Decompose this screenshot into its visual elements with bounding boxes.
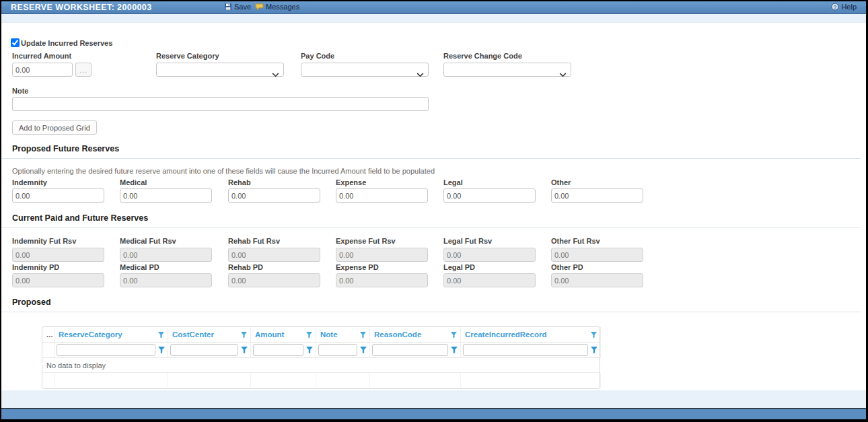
footer-bar [1,408,866,419]
pd-label: Legal PD [443,263,475,271]
indemnity-fut-rsv-field [12,248,104,262]
filter-icon[interactable] [450,346,458,354]
grid-header-costcenter[interactable]: CostCenter [168,327,251,342]
filter-icon[interactable] [305,346,314,354]
fut-rsv-label: Expense Fut Rsv [336,237,396,245]
grid-filter-input-note[interactable] [318,344,357,356]
grid-header-note[interactable]: Note [316,327,370,342]
grid-filter-row [42,343,600,358]
fut-rsv-label: Rehab Fut Rsv [228,237,280,245]
help-button-label: Help [841,3,857,11]
pfr-field-label: Indemnity [12,178,47,186]
add-to-proposed-grid-button[interactable]: Add to Proposed Grid [12,120,97,135]
pfr-helper-text: Optionally entering the desired future r… [12,167,435,175]
reserve-change-code-select[interactable] [443,63,571,77]
grid-filter-actions-cell [42,343,55,358]
filter-icon[interactable] [590,346,598,354]
pfr-other-field[interactable] [551,188,643,203]
filter-icon[interactable] [305,331,313,339]
proposed-future-reserves-heading: Proposed Future Reserves [1,144,861,159]
grid-header-reasoncode[interactable]: ReasonCode [370,327,461,342]
incurred-amount-label: Incurred Amount [12,52,71,60]
grid-filter-input-createincurredrecord[interactable] [463,344,588,356]
fut-rsv-label: Indemnity Fut Rsv [12,237,76,245]
svg-text:?: ? [834,4,837,10]
grid-filter-input-amount[interactable] [253,344,303,356]
reserve-change-code-label: Reserve Change Code [443,52,522,60]
grid-blank-row [42,373,600,388]
grid-header-createincurredrecord[interactable]: CreateIncurredRecord [461,327,601,342]
medical-pd-field [120,273,212,287]
messages-icon [255,3,264,11]
update-incurred-row: Update Incurred Reserves [11,38,112,47]
note-label: Note [12,87,28,95]
pfr-legal-field[interactable] [443,188,536,203]
pd-label: Rehab PD [228,263,263,271]
update-incurred-checkbox[interactable] [11,38,20,47]
legal-fut-rsv-field [443,248,536,262]
current-paid-future-heading: Current Paid and Future Reserves [1,213,861,228]
proposed-grid: ... ReserveCategory CostCenter Amount No… [42,326,600,389]
filter-icon[interactable] [240,331,248,339]
help-icon: ? [831,3,839,11]
save-icon [224,3,232,11]
expense-fut-rsv-field [336,248,428,262]
pfr-field-label: Rehab [228,178,251,186]
indemnity-pd-field [12,273,104,287]
rehab-pd-field [228,273,320,287]
pay-code-label: Pay Code [301,52,334,60]
filter-icon[interactable] [157,346,166,354]
medical-fut-rsv-field [120,248,212,262]
save-button-label: Save [234,3,251,11]
help-button[interactable]: ? Help [831,3,857,11]
pay-code-select[interactable] [301,63,429,77]
pfr-field-label: Medical [120,178,147,186]
incurred-amount-field[interactable] [12,63,73,77]
proposed-heading: Proposed [1,297,861,312]
rehab-fut-rsv-field [228,248,320,262]
note-field[interactable] [12,97,429,111]
other-fut-rsv-field [551,248,643,262]
filter-icon[interactable] [450,331,458,339]
chevron-down-icon [417,68,424,80]
grid-header-reservecategory[interactable]: ReserveCategory [55,327,168,342]
filter-icon[interactable] [157,331,165,339]
grid-filter-cell [55,343,168,358]
other-pd-field [551,273,643,287]
pfr-indemnity-field[interactable] [12,188,104,203]
grid-header-row: ... ReserveCategory CostCenter Amount No… [42,327,600,343]
pfr-field-label: Legal [443,178,463,186]
save-button[interactable]: Save [224,3,251,11]
pfr-field-label: Expense [336,178,366,186]
pd-label: Indemnity PD [12,263,59,271]
filter-icon[interactable] [359,331,367,339]
legal-pd-field [443,273,536,287]
grid-header-amount[interactable]: Amount [251,327,316,342]
grid-filter-input-costcenter[interactable] [170,344,238,356]
filter-icon[interactable] [359,346,367,354]
grid-header-actions[interactable]: ... [42,327,55,342]
chevron-down-icon [272,68,279,80]
chevron-down-icon [559,68,567,80]
reserve-category-select[interactable] [156,63,284,77]
fut-rsv-label: Medical Fut Rsv [120,237,176,245]
grid-filter-cell [370,343,461,358]
pfr-medical-field[interactable] [120,188,212,203]
grid-filter-input-reservecategory[interactable] [57,344,155,356]
filter-icon[interactable] [590,331,598,339]
grid-empty-message: No data to display [42,358,600,373]
grid-filter-cell [316,343,370,358]
titlebar: RESERVE WORKSHEET: 2000003 Save Messages… [1,1,866,14]
pfr-field-label: Other [551,178,571,186]
pd-label: Other PD [551,263,583,271]
fut-rsv-label: Legal Fut Rsv [443,237,492,245]
grid-filter-cell [251,343,316,358]
filter-icon[interactable] [240,346,248,354]
grid-filter-cell [461,343,601,358]
pfr-expense-field[interactable] [336,188,428,203]
messages-button[interactable]: Messages [255,3,299,11]
incurred-amount-lookup-button[interactable]: ... [75,63,92,77]
grid-filter-input-reasoncode[interactable] [372,344,448,356]
pfr-rehab-field[interactable] [228,188,320,203]
pd-label: Medical PD [120,263,159,271]
